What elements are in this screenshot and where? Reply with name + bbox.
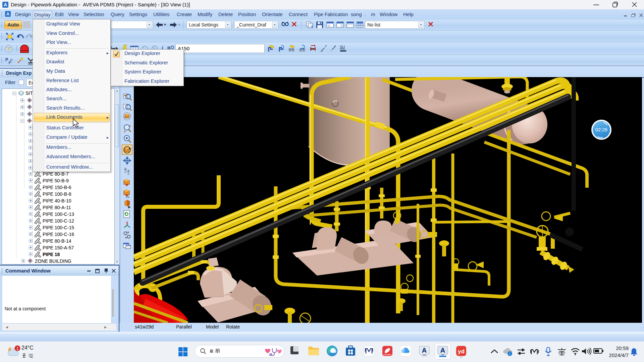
- svg-text:i: i: [509, 352, 510, 356]
- svg-text:CE: CE: [126, 195, 129, 198]
- svg-text:1: 1: [16, 346, 19, 351]
- svg-text:02:26: 02:26: [595, 127, 607, 132]
- svg-text:HUAWEI: HUAWEI: [383, 354, 391, 356]
- svg-text:yd: yd: [458, 348, 465, 355]
